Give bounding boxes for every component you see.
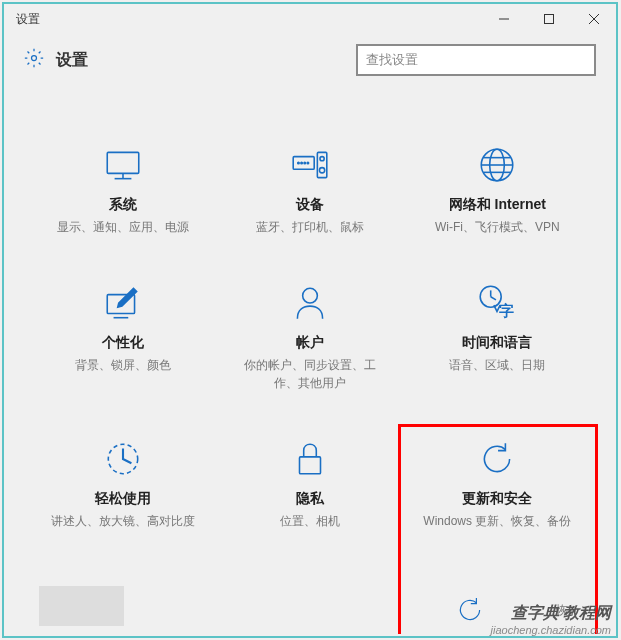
tile-title: 帐户 bbox=[296, 334, 324, 352]
tile-ease-of-access[interactable]: 轻松使用 讲述人、放大镜、高对比度 bbox=[34, 430, 211, 538]
svg-rect-29 bbox=[299, 457, 320, 474]
gear-icon bbox=[24, 48, 44, 72]
ease-of-access-icon bbox=[102, 438, 144, 480]
search-input[interactable]: 查找设置 bbox=[356, 44, 596, 76]
tile-accounts[interactable]: 帐户 你的帐户、同步设置、工作、其他用户 bbox=[221, 274, 398, 400]
tile-update-security[interactable]: 更新和安全 Windows 更新、恢复、备份 bbox=[409, 430, 586, 538]
svg-point-14 bbox=[304, 162, 305, 163]
minimize-button[interactable] bbox=[481, 4, 526, 34]
tile-desc: 显示、通知、应用、电源 bbox=[57, 218, 189, 236]
svg-point-4 bbox=[32, 56, 37, 61]
tile-desc: 蓝牙、打印机、鼠标 bbox=[256, 218, 364, 236]
tile-desc: Wi-Fi、飞行模式、VPN bbox=[435, 218, 560, 236]
settings-grid: 系统 显示、通知、应用、电源 设备 蓝牙、打印机、鼠标 网络和 Internet… bbox=[4, 96, 616, 558]
tile-desc: 背景、锁屏、颜色 bbox=[75, 356, 171, 374]
tile-title: 更新和安全 bbox=[462, 490, 532, 508]
tile-system[interactable]: 系统 显示、通知、应用、电源 bbox=[34, 136, 211, 244]
tile-desc: 语音、区域、日期 bbox=[449, 356, 545, 374]
header: 设置 查找设置 bbox=[4, 34, 616, 96]
tile-title: 网络和 Internet bbox=[449, 196, 546, 214]
update-icon bbox=[476, 438, 518, 480]
person-icon bbox=[289, 282, 331, 324]
time-language-icon: 字 bbox=[476, 282, 518, 324]
tile-title: 隐私 bbox=[296, 490, 324, 508]
svg-rect-5 bbox=[107, 152, 139, 173]
tile-desc: Windows 更新、恢复、备份 bbox=[423, 512, 571, 530]
svg-text:字: 字 bbox=[499, 302, 514, 319]
watermark-main: 查字典 教程网 bbox=[491, 603, 611, 624]
search-placeholder: 查找设置 bbox=[366, 51, 418, 69]
svg-rect-1 bbox=[544, 15, 553, 24]
tile-title: 时间和语言 bbox=[462, 334, 532, 352]
tile-network[interactable]: 网络和 Internet Wi-Fi、飞行模式、VPN bbox=[409, 136, 586, 244]
svg-line-26 bbox=[491, 297, 496, 300]
watermark: 查字典 教程网 jiaocheng.chazidian.com bbox=[491, 603, 611, 636]
svg-point-12 bbox=[298, 162, 299, 163]
svg-point-11 bbox=[319, 168, 324, 173]
display-icon bbox=[102, 144, 144, 186]
tile-personalization[interactable]: 个性化 背景、锁屏、颜色 bbox=[34, 274, 211, 400]
personalization-icon bbox=[102, 282, 144, 324]
tile-devices[interactable]: 设备 蓝牙、打印机、鼠标 bbox=[221, 136, 398, 244]
tile-title: 个性化 bbox=[102, 334, 144, 352]
header-left: 设置 bbox=[24, 48, 88, 72]
tile-title: 设备 bbox=[296, 196, 324, 214]
svg-point-10 bbox=[320, 157, 324, 161]
tile-title: 轻松使用 bbox=[95, 490, 151, 508]
titlebar: 设置 bbox=[4, 4, 616, 34]
settings-window: 设置 设置 查找设置 系统 bbox=[2, 2, 618, 638]
svg-point-15 bbox=[307, 162, 308, 163]
watermark-sub: jiaocheng.chazidian.com bbox=[491, 624, 611, 636]
globe-icon bbox=[476, 144, 518, 186]
page-title: 设置 bbox=[56, 50, 88, 71]
tile-time-language[interactable]: 字 时间和语言 语音、区域、日期 bbox=[409, 274, 586, 400]
tile-desc: 位置、相机 bbox=[280, 512, 340, 530]
tile-privacy[interactable]: 隐私 位置、相机 bbox=[221, 430, 398, 538]
redacted-area bbox=[39, 586, 124, 626]
devices-icon bbox=[289, 144, 331, 186]
maximize-button[interactable] bbox=[526, 4, 571, 34]
svg-point-13 bbox=[301, 162, 302, 163]
tile-desc: 讲述人、放大镜、高对比度 bbox=[51, 512, 195, 530]
tile-title: 系统 bbox=[109, 196, 137, 214]
window-controls bbox=[481, 4, 616, 34]
lock-icon bbox=[289, 438, 331, 480]
window-title: 设置 bbox=[16, 11, 40, 28]
close-button[interactable] bbox=[571, 4, 616, 34]
svg-point-23 bbox=[303, 288, 318, 303]
tile-desc: 你的帐户、同步设置、工作、其他用户 bbox=[235, 356, 385, 392]
